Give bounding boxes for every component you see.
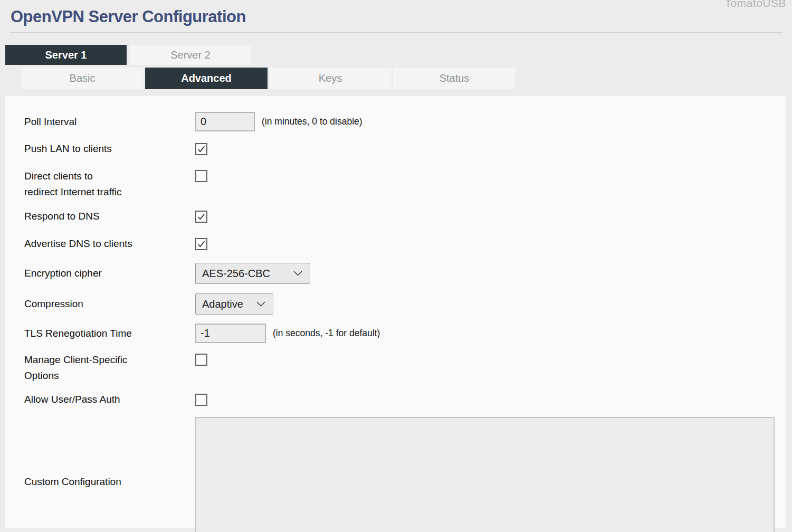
- tls-renegotiation-input[interactable]: [195, 324, 266, 343]
- compression-select[interactable]: Adaptive: [195, 293, 273, 315]
- server-tab-bar: Server 1 Server 2: [5, 45, 792, 65]
- redirect-traffic-label: Direct clients to redirect Internet traf…: [24, 168, 195, 200]
- tab-server-2[interactable]: Server 2: [130, 45, 251, 65]
- redirect-traffic-row: Direct clients to redirect Internet traf…: [24, 168, 786, 200]
- poll-interval-input[interactable]: [195, 112, 255, 131]
- userpass-auth-row: Allow User/Pass Auth: [24, 392, 786, 407]
- checkmark-icon: [197, 240, 205, 248]
- compression-label: Compression: [24, 296, 195, 312]
- tls-renegotiation-label: TLS Renegotiation Time: [24, 326, 195, 341]
- custom-configuration-label: Custom Configuration: [24, 474, 195, 490]
- userpass-auth-checkbox[interactable]: [195, 394, 207, 406]
- cipher-row: Encryption cipher AES-256-CBC: [24, 263, 786, 284]
- cipher-label: Encryption cipher: [24, 265, 195, 281]
- advanced-settings-panel: Poll Interval (in minutes, 0 to disable)…: [5, 96, 786, 528]
- compression-selected-value: Adaptive: [202, 298, 243, 310]
- tls-renegotiation-hint: (in seconds, -1 for default): [273, 328, 380, 339]
- checkmark-icon: [197, 213, 205, 221]
- poll-interval-hint: (in minutes, 0 to disable): [262, 116, 362, 127]
- userpass-auth-label: Allow User/Pass Auth: [24, 392, 195, 407]
- manage-client-options-row: Manage Client-Specific Options: [24, 352, 786, 384]
- section-tab-bar: Basic Advanced Keys Status: [21, 68, 792, 89]
- custom-configuration-row: Custom Configuration: [24, 417, 786, 532]
- respond-dns-row: Respond to DNS: [24, 208, 786, 224]
- push-lan-label: Push LAN to clients: [24, 141, 195, 157]
- compression-row: Compression Adaptive: [24, 293, 786, 315]
- tab-keys[interactable]: Keys: [269, 68, 392, 89]
- advertise-dns-row: Advertise DNS to clients: [24, 236, 786, 252]
- tls-renegotiation-row: TLS Renegotiation Time (in seconds, -1 f…: [24, 324, 786, 343]
- checkmark-icon: [197, 145, 205, 153]
- title-divider: [11, 32, 783, 33]
- chevron-down-icon: [256, 301, 265, 307]
- brand-logo: TomatoUSB: [724, 0, 786, 10]
- manage-client-options-label: Manage Client-Specific Options: [24, 352, 195, 384]
- tab-status[interactable]: Status: [393, 68, 516, 89]
- respond-dns-label: Respond to DNS: [24, 208, 195, 224]
- redirect-traffic-checkbox[interactable]: [195, 170, 207, 182]
- page-title: OpenVPN Server Configuration: [11, 7, 792, 26]
- cipher-selected-value: AES-256-CBC: [202, 268, 270, 280]
- tab-basic[interactable]: Basic: [21, 68, 144, 89]
- poll-interval-label: Poll Interval: [24, 114, 195, 130]
- push-lan-row: Push LAN to clients: [24, 141, 786, 157]
- cipher-select[interactable]: AES-256-CBC: [195, 263, 310, 284]
- advertise-dns-checkbox[interactable]: [195, 238, 207, 250]
- page-header: TomatoUSB OpenVPN Server Configuration: [0, 0, 792, 33]
- respond-dns-checkbox[interactable]: [195, 211, 207, 223]
- tab-server-1[interactable]: Server 1: [5, 45, 127, 65]
- push-lan-checkbox[interactable]: [195, 143, 207, 155]
- custom-configuration-textarea[interactable]: [195, 417, 775, 532]
- advertise-dns-label: Advertise DNS to clients: [24, 236, 195, 252]
- manage-client-options-checkbox[interactable]: [195, 354, 207, 366]
- tab-advanced[interactable]: Advanced: [145, 68, 268, 89]
- chevron-down-icon: [293, 271, 302, 276]
- poll-interval-row: Poll Interval (in minutes, 0 to disable): [24, 112, 786, 131]
